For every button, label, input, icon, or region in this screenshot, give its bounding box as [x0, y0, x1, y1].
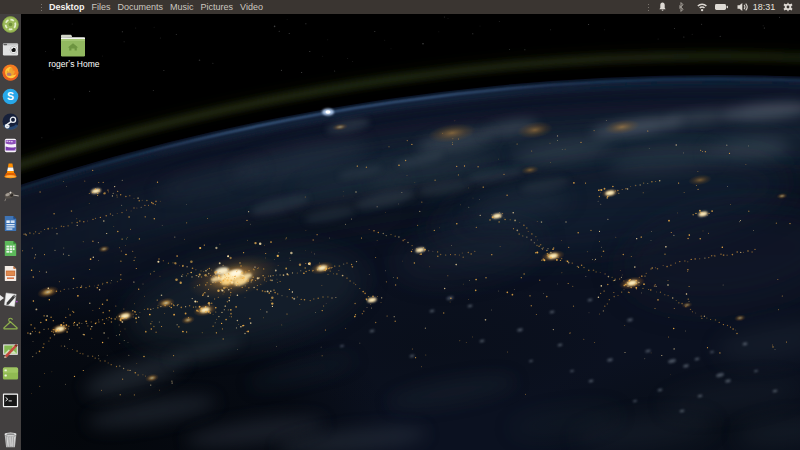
svg-text:S: S [7, 90, 14, 102]
svg-text:18:31: 18:31 [753, 2, 776, 12]
